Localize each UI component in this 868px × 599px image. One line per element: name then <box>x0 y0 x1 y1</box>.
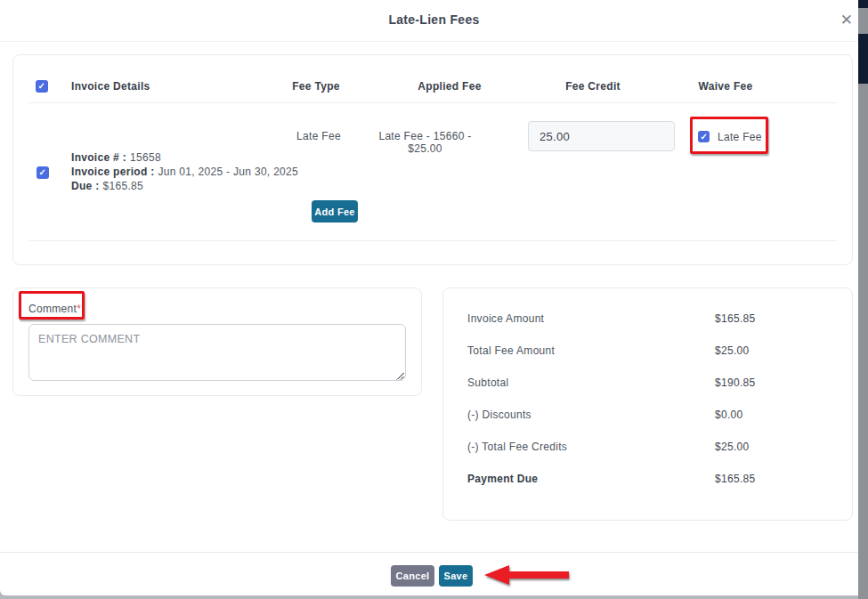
scrollbar-track[interactable] <box>858 0 868 599</box>
required-asterisk: * <box>77 303 81 315</box>
summary-label-discounts: (-) Discounts <box>467 409 531 421</box>
waive-fee-checkbox[interactable] <box>698 131 710 142</box>
modal-panel: Late-Lien Fees ✕ Invoice Details Fee Typ… <box>0 0 868 595</box>
invoice-number-label: Invoice # : <box>71 151 126 164</box>
modal-title: Late-Lien Fees <box>0 12 868 27</box>
add-fee-button[interactable]: Add Fee <box>312 200 358 223</box>
invoice-number-value: 15658 <box>130 151 161 164</box>
column-header-fee-type: Fee Type <box>280 80 352 93</box>
cancel-button[interactable]: Cancel <box>391 565 434 587</box>
table-header-divider <box>28 102 837 103</box>
summary-value-total-fee-credits: $25.00 <box>715 441 750 453</box>
invoice-row-checkbox[interactable] <box>37 166 49 179</box>
summary-label-payment-due: Payment Due <box>467 473 538 485</box>
header-divider <box>0 41 868 42</box>
summary-label-subtotal: Subtotal <box>467 376 508 389</box>
close-icon[interactable]: ✕ <box>837 11 856 30</box>
summary-value-discounts: $0.00 <box>715 409 743 421</box>
comment-label: Comment* <box>28 303 81 315</box>
column-header-fee-credit: Fee Credit <box>548 80 637 93</box>
select-all-checkbox[interactable] <box>36 80 48 93</box>
scrollbar-top-notch <box>858 0 868 8</box>
waive-fee-label: Late Fee <box>718 131 762 143</box>
invoice-due-line: Due :$165.85 <box>71 180 143 192</box>
footer-divider <box>0 552 868 553</box>
applied-fee-cell: Late Fee - 15660 - $25.00 <box>369 130 481 155</box>
invoice-period-value: Jun 01, 2025 - Jun 30, 2025 <box>158 166 298 178</box>
fee-type-cell: Late Fee <box>283 130 354 142</box>
summary-value-subtotal: $190.85 <box>715 376 755 389</box>
column-header-applied-fee: Applied Fee <box>405 80 494 93</box>
invoice-period-label: Invoice period : <box>71 166 154 178</box>
scrollbar-thumb[interactable] <box>858 34 868 84</box>
summary-label-total-fee-amount: Total Fee Amount <box>467 344 555 357</box>
column-header-invoice-details: Invoice Details <box>71 80 150 93</box>
late-lien-fees-dialog: Late-Lien Fees ✕ Invoice Details Fee Typ… <box>0 0 868 599</box>
invoice-number-line: Invoice # :15658 <box>71 151 161 164</box>
save-button[interactable]: Save <box>439 565 473 587</box>
invoice-period-line: Invoice period :Jun 01, 2025 - Jun 30, 2… <box>71 166 298 178</box>
summary-label-invoice-amount: Invoice Amount <box>467 312 544 325</box>
invoice-due-value: $165.85 <box>103 180 143 192</box>
comment-textarea[interactable] <box>28 324 406 381</box>
summary-value-total-fee-amount: $25.00 <box>715 344 750 357</box>
fee-credit-input[interactable] <box>528 121 675 151</box>
column-header-waive-fee: Waive Fee <box>685 80 766 93</box>
summary-label-total-fee-credits: (-) Total Fee Credits <box>467 441 567 453</box>
summary-value-payment-due: $165.85 <box>715 473 755 485</box>
invoice-due-label: Due : <box>71 180 100 192</box>
table-row-divider <box>28 240 837 241</box>
summary-value-invoice-amount: $165.85 <box>715 312 755 325</box>
annotation-arrow-icon <box>483 563 572 587</box>
